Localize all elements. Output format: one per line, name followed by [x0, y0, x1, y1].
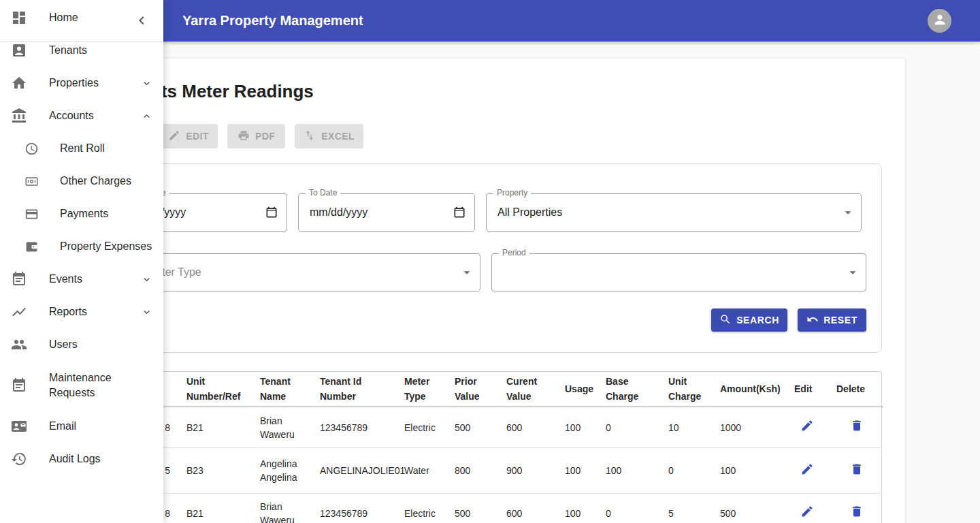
cell-usage: 100	[554, 494, 595, 523]
cell-tenant-id: 123456789	[309, 407, 393, 448]
cell-current: 600	[495, 494, 554, 523]
period-label: Period	[499, 248, 529, 257]
cell-unit: B21	[176, 494, 249, 523]
app-window: Yarra Property Management Units Meter Re…	[0, 0, 980, 523]
col-header-base-charge: Base Charge	[595, 372, 657, 407]
pencil-icon	[168, 129, 180, 144]
col-header-tenant-name: Tenant Name	[249, 372, 309, 407]
cell-base: 0	[595, 407, 657, 448]
cell-base: 0	[595, 494, 657, 523]
calendar-icon	[11, 271, 27, 287]
col-header-unit-charge: Unit Charge	[657, 372, 709, 407]
print-icon	[238, 129, 250, 144]
excel-button[interactable]: EXCEL	[295, 124, 363, 148]
cell-amount: 1000	[709, 407, 783, 448]
sidebar-item-property-expenses[interactable]: Property Expenses	[0, 230, 163, 263]
readings-table-container: Unit Number/Ref Tenant Name Tenant Id Nu…	[99, 371, 882, 523]
col-header-delete: Delete	[826, 372, 883, 407]
chevron-down-icon	[141, 274, 152, 285]
calendar-icon	[11, 377, 27, 394]
line-chart-icon	[11, 304, 27, 320]
cell-prior: 800	[444, 448, 495, 494]
search-button[interactable]: SEARCH	[711, 308, 787, 332]
col-header-tenant-id: Tenant Id Number	[309, 372, 393, 407]
col-header-edit: Edit	[783, 372, 826, 407]
meter-type-select[interactable]: Meter Type	[135, 253, 480, 291]
cell-tenant: Brian Waweru	[249, 494, 309, 523]
house-icon	[11, 75, 27, 91]
cell-current: 600	[495, 407, 554, 448]
reset-button[interactable]: RESET	[798, 308, 866, 332]
dropdown-arrow-icon	[459, 265, 474, 283]
cell-tenant-id: ANGELINAJOLIE01	[309, 448, 393, 494]
cell-meter: Electric	[393, 494, 444, 523]
cell-prior: 500	[444, 407, 495, 448]
property-select[interactable]: Property All Properties	[486, 193, 862, 232]
sidebar-item-accounts[interactable]: Accounts	[0, 99, 163, 132]
dashboard-icon	[11, 10, 27, 26]
chevron-down-icon	[141, 78, 152, 89]
period-select[interactable]: Period	[491, 253, 866, 291]
dropdown-arrow-icon	[845, 265, 860, 283]
sidebar-item-email[interactable]: Email	[0, 410, 163, 443]
cell-usage: 100	[554, 448, 595, 494]
col-header-prior-value: Prior Value	[444, 372, 495, 407]
user-avatar[interactable]	[928, 9, 951, 33]
sidebar-item-payments[interactable]: Payments	[0, 197, 163, 230]
cell-meter: Electric	[393, 407, 444, 448]
credit-card-icon	[24, 207, 39, 221]
navigation-drawer: Home Tenants Properties Accounts Rent Ro…	[0, 0, 163, 523]
people-icon	[11, 336, 27, 353]
readings-table: Unit Number/Ref Tenant Name Tenant Id Nu…	[100, 372, 883, 523]
cell-amount: 500	[709, 494, 783, 523]
delete-icon[interactable]	[850, 505, 864, 522]
table-row: 8 B21 Brian Waweru 123456789 Electric 50…	[100, 407, 883, 448]
sidebar-item-properties[interactable]: Properties	[0, 67, 163, 99]
search-icon	[719, 313, 732, 328]
drawer-nav: Home Tenants Properties Accounts Rent Ro…	[0, 1, 163, 475]
table-row: 8 B21 Brian Waweru 123456789 Electric 50…	[100, 494, 883, 523]
money-icon	[24, 174, 39, 189]
chevron-down-icon	[141, 306, 152, 318]
sidebar-item-audit-logs[interactable]: Audit Logs	[0, 443, 163, 475]
delete-icon[interactable]	[850, 462, 864, 479]
cell-unit: B23	[176, 448, 249, 494]
to-date-field[interactable]: To Date mm/dd/yyyy	[298, 193, 475, 232]
pdf-button[interactable]: PDF	[227, 124, 285, 148]
edit-icon[interactable]	[800, 505, 814, 522]
col-header-usage: Usage	[554, 372, 595, 407]
table-header-row: Unit Number/Ref Tenant Name Tenant Id Nu…	[100, 372, 883, 407]
cell-amount: 100	[709, 448, 783, 494]
cell-usage: 100	[554, 407, 595, 448]
cell-unit-charge: 10	[657, 407, 709, 448]
sidebar-item-rent-roll[interactable]: Rent Roll	[0, 132, 163, 165]
sidebar-item-maintenance-requests[interactable]: Maintenance Requests	[0, 361, 163, 410]
cell-tenant: Brian Waweru	[249, 407, 309, 448]
bank-icon	[11, 108, 27, 124]
contact-mail-icon	[11, 418, 27, 434]
sidebar-item-tenants[interactable]: Tenants	[0, 34, 163, 67]
to-date-value: mm/dd/yyyy	[310, 194, 368, 231]
property-value: All Properties	[497, 194, 562, 231]
history-icon	[11, 451, 27, 467]
delete-icon[interactable]	[850, 419, 864, 436]
chevron-up-icon	[141, 110, 152, 122]
sidebar-item-reports[interactable]: Reports	[0, 296, 163, 328]
cell-prior: 500	[444, 494, 495, 523]
calendar-icon[interactable]	[265, 206, 278, 222]
sidebar-item-other-charges[interactable]: Other Charges	[0, 165, 163, 197]
sidebar-item-users[interactable]: Users	[0, 328, 163, 361]
sidebar-item-home[interactable]: Home	[0, 1, 163, 34]
calendar-icon[interactable]	[453, 206, 466, 222]
cell-tenant: Angelina Angelina	[249, 448, 309, 494]
cell-unit-charge: 0	[657, 448, 709, 494]
col-header-amount: Amount(Ksh)	[709, 372, 783, 407]
sidebar-item-events[interactable]: Events	[0, 263, 163, 296]
edit-icon[interactable]	[800, 462, 814, 479]
content-card: Units Meter Readings EDIT PDF EXCEL From…	[76, 59, 905, 523]
edit-button[interactable]: EDIT	[159, 124, 218, 148]
cell-current: 900	[495, 448, 554, 494]
edit-icon[interactable]	[800, 419, 814, 436]
cell-base: 100	[595, 448, 657, 494]
col-header-current-value: Curent Value	[495, 372, 554, 407]
